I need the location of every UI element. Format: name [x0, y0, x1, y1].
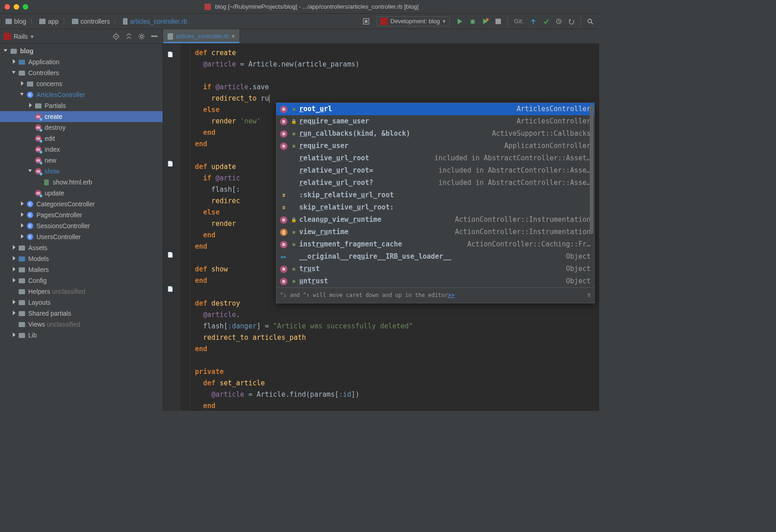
- vcs-update-button[interactable]: [528, 16, 539, 27]
- expand-icon[interactable]: [12, 256, 17, 261]
- expand-icon[interactable]: [20, 234, 26, 240]
- completion-item[interactable]: relative_url_root?included in AbstractCo…: [276, 177, 594, 189]
- tree-item-lib[interactable]: Lib: [0, 330, 163, 341]
- collapse-icon[interactable]: [12, 70, 17, 76]
- expand-icon[interactable]: [12, 267, 17, 272]
- tree-item-views[interactable]: Views unclassified: [0, 319, 163, 330]
- completion-item[interactable]: relative_url_rootincluded in AbstractCon…: [276, 152, 594, 164]
- expand-icon[interactable]: [20, 201, 26, 207]
- tree-item-partials[interactable]: Partials: [0, 100, 163, 111]
- collapse-icon[interactable]: [20, 92, 26, 97]
- pi-icon[interactable]: π: [587, 290, 591, 301]
- expand-icon[interactable]: [28, 103, 34, 108]
- expand-icon[interactable]: [12, 278, 17, 283]
- build-button[interactable]: [361, 16, 372, 27]
- fold-gutter[interactable]: [181, 44, 190, 411]
- completion-item[interactable]: m🔒cleanup_view_runtimeActionController::…: [276, 214, 594, 226]
- completion-item[interactable]: ≡skip_relative_url_root:: [276, 201, 594, 214]
- window-minimize-button[interactable]: [14, 4, 19, 10]
- scrollbar-thumb[interactable]: [590, 105, 593, 234]
- tree-item-destroy[interactable]: mdestroy: [0, 122, 163, 133]
- completion-item[interactable]: @▪view_runtimeActionController::Instrume…: [276, 226, 594, 238]
- window-maximize-button[interactable]: [23, 4, 28, 10]
- gutter-icon[interactable]: 📄: [167, 160, 174, 167]
- scroll-to-source-button[interactable]: [112, 32, 121, 41]
- tree-item-layouts[interactable]: Layouts: [0, 297, 163, 308]
- tree-item-articles-controller[interactable]: CArticlesController: [0, 89, 163, 100]
- run-button[interactable]: [454, 16, 465, 27]
- collapse-icon[interactable]: [28, 169, 34, 174]
- tree-item-update[interactable]: mupdate: [0, 188, 163, 199]
- tree-item-users[interactable]: CUsersController: [0, 231, 163, 242]
- close-tab-button[interactable]: ×: [231, 33, 235, 40]
- tree-item-models[interactable]: Models: [0, 253, 163, 264]
- code-completion-popup[interactable]: m▪root_urlArticlesControllerm🔒require_sa…: [276, 102, 595, 303]
- breadcrumb-item[interactable]: controllers: [70, 17, 112, 26]
- completion-item[interactable]: m🔒require_same_userArticlesController: [276, 115, 594, 128]
- expand-icon[interactable]: [20, 81, 26, 87]
- completion-item[interactable]: ≡:skip_relative_url_root: [276, 189, 594, 201]
- completion-item[interactable]: m▪trustObject: [276, 263, 594, 275]
- breadcrumb-item[interactable]: app: [37, 17, 60, 26]
- tree-item-pages[interactable]: CPagesController: [0, 210, 163, 220]
- tree-item-controllers[interactable]: Controllers: [0, 67, 163, 78]
- scrollbar[interactable]: [590, 105, 593, 289]
- vcs-commit-button[interactable]: [541, 16, 551, 27]
- tree-item-show-erb[interactable]: show.html.erb: [0, 177, 163, 188]
- vcs-history-button[interactable]: [553, 16, 564, 27]
- tree-item-new[interactable]: mnew: [0, 155, 163, 166]
- run-coverage-button[interactable]: [480, 16, 491, 27]
- expand-icon[interactable]: [20, 212, 26, 218]
- hide-button[interactable]: [150, 32, 159, 41]
- completion-item[interactable]: m▪run_callbacks(kind, &block)ActiveSuppo…: [276, 128, 594, 140]
- expand-icon[interactable]: [20, 223, 26, 229]
- tree-item-mailers[interactable]: Mailers: [0, 264, 163, 275]
- expand-icon[interactable]: [12, 59, 17, 65]
- completion-item[interactable]: m▪require_userApplicationController: [276, 140, 594, 152]
- completion-list[interactable]: m▪root_urlArticlesControllerm🔒require_sa…: [276, 103, 594, 287]
- breadcrumb-item[interactable]: blog: [4, 17, 28, 26]
- gutter-icon[interactable]: 📄: [167, 285, 174, 292]
- collapse-all-button[interactable]: [124, 32, 133, 41]
- breadcrumb-item-current[interactable]: articles_controller.rb: [121, 17, 189, 26]
- gutter[interactable]: 📄 📄 📄 📄: [163, 44, 181, 411]
- run-config-selector[interactable]: Development: blog ▾: [376, 16, 449, 26]
- expand-icon[interactable]: [12, 332, 17, 338]
- completion-item[interactable]: m▪untrustObject: [276, 275, 594, 287]
- tree-item-sessions[interactable]: CSessionsController: [0, 220, 163, 231]
- completion-item[interactable]: relative_url_root=included in AbstractCo…: [276, 164, 594, 177]
- tree-item-config[interactable]: Config: [0, 275, 163, 286]
- tree-item-helpers[interactable]: Helpers unclassified: [0, 286, 163, 297]
- window-close-button[interactable]: [5, 4, 10, 10]
- tree-item-edit[interactable]: medit: [0, 133, 163, 144]
- expand-icon[interactable]: [12, 245, 17, 251]
- tree-item-shared-partials[interactable]: Shared partials: [0, 308, 163, 319]
- project-tree[interactable]: blog Application Controllers concerns CA…: [0, 44, 163, 411]
- settings-button[interactable]: [137, 32, 146, 41]
- tree-item-concerns[interactable]: concerns: [0, 78, 163, 89]
- expand-icon[interactable]: [12, 311, 17, 316]
- sidebar-view-selector[interactable]: Rails ▾: [4, 33, 34, 40]
- collapse-icon[interactable]: [4, 48, 9, 54]
- tree-item-application[interactable]: Application: [0, 56, 163, 67]
- debug-button[interactable]: [467, 16, 478, 27]
- vcs-revert-button[interactable]: [566, 16, 577, 27]
- completion-item[interactable]: m▪root_urlArticlesController: [276, 103, 594, 115]
- gutter-icon[interactable]: 📄: [167, 251, 174, 258]
- stop-button[interactable]: [493, 16, 504, 27]
- expand-icon[interactable]: [12, 300, 17, 305]
- search-button[interactable]: [585, 16, 596, 27]
- tree-item-show[interactable]: mshow: [0, 166, 163, 177]
- tree-item-create[interactable]: mcreate: [0, 111, 163, 122]
- completion-more-link[interactable]: >>: [448, 290, 454, 301]
- code-editor[interactable]: def create @article = Article.new(articl…: [190, 44, 599, 411]
- completion-item[interactable]: m▪instrument_fragment_cacheActionControl…: [276, 238, 594, 251]
- tree-item-assets[interactable]: Assets: [0, 242, 163, 253]
- gutter-icon[interactable]: 📄: [167, 51, 174, 58]
- tree-item-index[interactable]: mindex: [0, 144, 163, 155]
- editor-content[interactable]: 📄 📄 📄 📄 def create @article = Article.ne…: [163, 44, 599, 411]
- tree-item-categories[interactable]: CCategoriesController: [0, 199, 163, 210]
- completion-item[interactable]: ▶▶__original__require__IRB_use_loader__O…: [276, 251, 594, 263]
- editor-tab[interactable]: articles_controller.rb ×: [163, 29, 240, 43]
- tree-item-root[interactable]: blog: [0, 46, 163, 56]
